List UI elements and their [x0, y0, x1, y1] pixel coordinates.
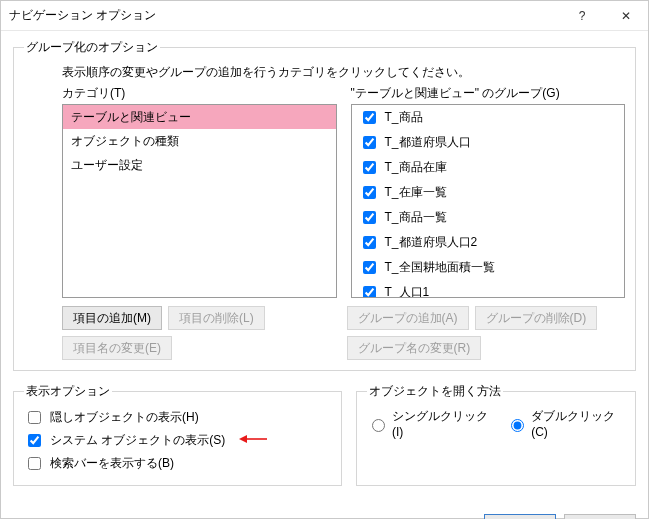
group-item-checkbox[interactable] — [363, 136, 376, 149]
group-item-checkbox[interactable] — [363, 186, 376, 199]
category-item[interactable]: オブジェクトの種類 — [63, 129, 336, 153]
category-item[interactable]: テーブルと関連ビュー — [63, 105, 336, 129]
group-item[interactable]: T_全国耕地面積一覧 — [352, 255, 625, 280]
group-item-checkbox[interactable] — [363, 236, 376, 249]
group-item-label: T_在庫一覧 — [385, 184, 447, 201]
group-item[interactable]: T_人口1 — [352, 280, 625, 298]
group-item[interactable]: T_都道府県人口 — [352, 130, 625, 155]
double-click-option[interactable]: ダブルクリック(C) — [506, 408, 625, 439]
groups-checklist[interactable]: T_商品T_都道府県人口T_商品在庫T_在庫一覧T_商品一覧T_都道府県人口2T… — [351, 104, 626, 298]
help-button[interactable]: ? — [560, 1, 604, 31]
svg-marker-1 — [239, 435, 247, 443]
group-item[interactable]: T_都道府県人口2 — [352, 230, 625, 255]
close-icon: ✕ — [621, 9, 631, 23]
grouping-options-fieldset: グループ化のオプション 表示順序の変更やグループの追加を行うカテゴリをクリックし… — [13, 39, 636, 371]
open-method-fieldset: オブジェクトを開く方法 シングルクリック(I) ダブルクリック(C) — [356, 383, 636, 486]
show-searchbar-label: 検索バーを表示する(B) — [50, 455, 174, 472]
group-item-label: T_人口1 — [385, 284, 430, 298]
show-hidden-label: 隠しオブジェクトの表示(H) — [50, 409, 199, 426]
show-system-label: システム オブジェクトの表示(S) — [50, 432, 225, 449]
show-searchbar-checkbox[interactable] — [28, 457, 41, 470]
ok-button[interactable]: OK — [484, 514, 556, 519]
dialog-footer: OK キャンセル — [1, 506, 648, 519]
group-item-checkbox[interactable] — [363, 161, 376, 174]
group-item-checkbox[interactable] — [363, 286, 376, 298]
groups-label: "テーブルと関連ビュー" のグループ(G) — [351, 85, 626, 102]
group-item-label: T_都道府県人口2 — [385, 234, 478, 251]
categories-label: カテゴリ(T) — [62, 85, 337, 102]
display-options-legend: 表示オプション — [24, 383, 112, 400]
group-item-label: T_商品在庫 — [385, 159, 447, 176]
open-method-legend: オブジェクトを開く方法 — [367, 383, 503, 400]
group-item[interactable]: T_商品 — [352, 105, 625, 130]
group-item-checkbox[interactable] — [363, 211, 376, 224]
group-item[interactable]: T_在庫一覧 — [352, 180, 625, 205]
rename-item-button: 項目名の変更(E) — [62, 336, 172, 360]
group-item-label: T_商品 — [385, 109, 423, 126]
close-button[interactable]: ✕ — [604, 1, 648, 31]
delete-group-button: グループの削除(D) — [475, 306, 598, 330]
dialog-content: グループ化のオプション 表示順序の変更やグループの追加を行うカテゴリをクリックし… — [1, 31, 648, 506]
group-item-label: T_全国耕地面積一覧 — [385, 259, 495, 276]
group-item-label: T_商品一覧 — [385, 209, 447, 226]
categories-listbox[interactable]: テーブルと関連ビューオブジェクトの種類ユーザー設定 — [62, 104, 337, 298]
cancel-button[interactable]: キャンセル — [564, 514, 636, 519]
display-options-fieldset: 表示オプション 隠しオブジェクトの表示(H) システム オブジェクトの表示(S) — [13, 383, 342, 486]
double-click-label: ダブルクリック(C) — [531, 408, 625, 439]
delete-item-button: 項目の削除(L) — [168, 306, 265, 330]
group-item-checkbox[interactable] — [363, 261, 376, 274]
rename-group-button: グループ名の変更(R) — [347, 336, 482, 360]
arrow-icon — [239, 433, 267, 448]
group-item-checkbox[interactable] — [363, 111, 376, 124]
double-click-radio[interactable] — [511, 419, 524, 432]
show-hidden-checkbox[interactable] — [28, 411, 41, 424]
add-item-button[interactable]: 項目の追加(M) — [62, 306, 162, 330]
add-group-button: グループの追加(A) — [347, 306, 469, 330]
instruction-text: 表示順序の変更やグループの追加を行うカテゴリをクリックしてください。 — [62, 64, 625, 81]
single-click-option[interactable]: シングルクリック(I) — [367, 408, 492, 439]
dialog-title: ナビゲーション オプション — [9, 7, 560, 24]
help-icon: ? — [579, 9, 586, 23]
group-item[interactable]: T_商品一覧 — [352, 205, 625, 230]
single-click-label: シングルクリック(I) — [392, 408, 492, 439]
show-system-checkbox[interactable] — [28, 434, 41, 447]
group-item-label: T_都道府県人口 — [385, 134, 471, 151]
category-item[interactable]: ユーザー設定 — [63, 153, 336, 177]
single-click-radio[interactable] — [372, 419, 385, 432]
group-item[interactable]: T_商品在庫 — [352, 155, 625, 180]
titlebar: ナビゲーション オプション ? ✕ — [1, 1, 648, 31]
dialog-window: ナビゲーション オプション ? ✕ グループ化のオプション 表示順序の変更やグル… — [0, 0, 649, 519]
grouping-options-legend: グループ化のオプション — [24, 39, 160, 56]
